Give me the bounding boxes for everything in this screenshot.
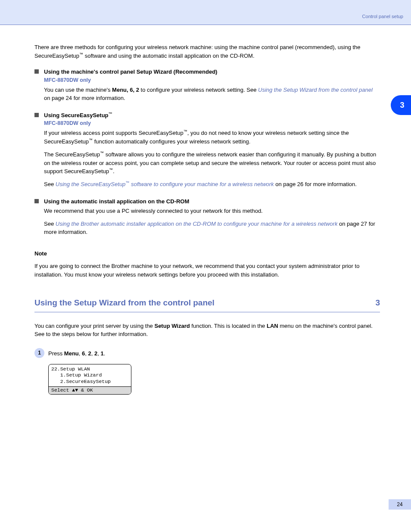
method-description: You can use the machine's Menu, 6, 2 to … bbox=[44, 86, 380, 103]
method-item: Using SecureEasySetup™ MFC-8870DW only I… bbox=[34, 111, 380, 189]
side-tab-number: 3 bbox=[400, 100, 404, 111]
lcd-panel: 22.Setup WLAN 1.Setup Wizard 2.SecureEas… bbox=[48, 364, 131, 395]
section-paragraph: You can configure your print server by u… bbox=[34, 322, 380, 339]
section-number: 3 bbox=[375, 297, 380, 309]
cross-reference-link[interactable]: Using the Brother automatic installer ap… bbox=[56, 221, 338, 227]
method-item: Using the automatic install application … bbox=[34, 197, 380, 236]
step-number: 1 bbox=[34, 348, 44, 358]
cross-reference-link[interactable]: Using the SecureEasySetup™ software to c… bbox=[56, 181, 274, 187]
step-row: 1 Press Menu, 6, 2, 2, 1. bbox=[34, 348, 380, 358]
banner-right-text: Control panel setup bbox=[362, 13, 403, 20]
cross-reference-link[interactable]: Using the Setup Wizard from the control … bbox=[258, 87, 373, 93]
page-number: 24 bbox=[389, 499, 411, 510]
lcd-body: 22.Setup WLAN 1.Setup Wizard 2.SecureEas… bbox=[49, 364, 131, 386]
trademark-symbol: ™ bbox=[79, 52, 83, 56]
step-text: Press Menu, 6, 2, 2, 1. bbox=[48, 348, 105, 358]
method-description: We recommend that you use a PC wirelessl… bbox=[44, 207, 380, 236]
intro-paragraph: There are three methods for configuring … bbox=[34, 43, 380, 60]
intro-tail: software and using the automatic install… bbox=[83, 53, 254, 59]
method-subtitle: MFC-8870DW only bbox=[44, 119, 380, 128]
note-title: Note bbox=[34, 249, 380, 258]
side-tab-chapter: 3 bbox=[391, 95, 411, 115]
section-divider bbox=[34, 312, 380, 312]
top-banner: Control panel setup bbox=[0, 0, 411, 25]
page-content: There are three methods for configuring … bbox=[0, 25, 411, 395]
method-title: Using the machine's control panel Setup … bbox=[44, 68, 380, 76]
section-heading: Using the Setup Wizard from the control … bbox=[34, 297, 380, 312]
note-body: If you are going to connect the Brother … bbox=[34, 262, 380, 279]
trademark-symbol: ™ bbox=[109, 112, 112, 116]
method-subtitle: MFC-8870DW only bbox=[44, 76, 380, 84]
method-title: Using SecureEasySetup™ bbox=[44, 111, 380, 120]
section-header-row: 3 Using the Setup Wizard from the contro… bbox=[34, 297, 380, 312]
method-description: If your wireless access point supports S… bbox=[44, 129, 380, 189]
lcd-footer: Select ▲▼ & OK bbox=[49, 387, 131, 394]
method-item: Using the machine's control panel Setup … bbox=[34, 68, 380, 102]
methods-list: Using the machine's control panel Setup … bbox=[34, 68, 380, 236]
method-title: Using the automatic install application … bbox=[44, 197, 380, 206]
